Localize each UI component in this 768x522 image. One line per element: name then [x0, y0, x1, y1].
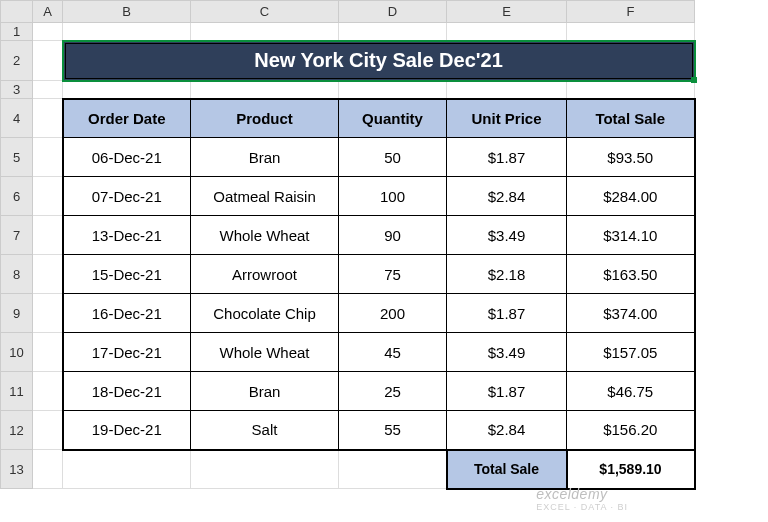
select-all-corner[interactable] [1, 1, 33, 23]
cell-A1[interactable] [33, 23, 63, 41]
spreadsheet-grid[interactable]: A B C D E F 1 2 New York City Sale Dec'2… [0, 0, 696, 490]
table-row[interactable]: $2.84 [447, 411, 567, 450]
table-row[interactable]: 90 [339, 216, 447, 255]
row-header-1[interactable]: 1 [1, 23, 33, 41]
table-row[interactable]: 25 [339, 372, 447, 411]
table-row[interactable]: $3.49 [447, 216, 567, 255]
title-cell[interactable]: New York City Sale Dec'21 [63, 41, 695, 81]
watermark-brand: exceldemy [536, 486, 607, 502]
cell-A3[interactable] [33, 81, 63, 99]
row-header-5[interactable]: 5 [1, 138, 33, 177]
table-row[interactable]: 55 [339, 411, 447, 450]
table-row[interactable]: $93.50 [567, 138, 695, 177]
table-row[interactable]: $1.87 [447, 138, 567, 177]
table-row[interactable]: 15-Dec-21 [63, 255, 191, 294]
header-product[interactable]: Product [191, 99, 339, 138]
table-row[interactable]: Arrowroot [191, 255, 339, 294]
col-header-F[interactable]: F [567, 1, 695, 23]
cell-C1[interactable] [191, 23, 339, 41]
row-header-9[interactable]: 9 [1, 294, 33, 333]
watermark-tag: EXCEL · DATA · BI [536, 502, 628, 512]
total-sale-value[interactable]: $1,589.10 [567, 450, 695, 489]
col-header-B[interactable]: B [63, 1, 191, 23]
cell-C3[interactable] [191, 81, 339, 99]
col-header-E[interactable]: E [447, 1, 567, 23]
table-row[interactable]: $157.05 [567, 333, 695, 372]
table-row[interactable]: $3.49 [447, 333, 567, 372]
cell-B3[interactable] [63, 81, 191, 99]
header-total-sale[interactable]: Total Sale [567, 99, 695, 138]
cell-F1[interactable] [567, 23, 695, 41]
row-header-11[interactable]: 11 [1, 372, 33, 411]
table-row[interactable]: Whole Wheat [191, 333, 339, 372]
cell-A7[interactable] [33, 216, 63, 255]
table-row[interactable]: 19-Dec-21 [63, 411, 191, 450]
cell-B1[interactable] [63, 23, 191, 41]
table-row[interactable]: $46.75 [567, 372, 695, 411]
row-header-3[interactable]: 3 [1, 81, 33, 99]
col-header-A[interactable]: A [33, 1, 63, 23]
cell-A4[interactable] [33, 99, 63, 138]
row-header-10[interactable]: 10 [1, 333, 33, 372]
table-row[interactable]: 200 [339, 294, 447, 333]
table-row[interactable]: $2.18 [447, 255, 567, 294]
cell-D13[interactable] [339, 450, 447, 489]
cell-A13[interactable] [33, 450, 63, 489]
cell-B13[interactable] [63, 450, 191, 489]
cell-A5[interactable] [33, 138, 63, 177]
table-row[interactable]: $1.87 [447, 372, 567, 411]
row-header-4[interactable]: 4 [1, 99, 33, 138]
cell-D3[interactable] [339, 81, 447, 99]
cell-A2[interactable] [33, 41, 63, 81]
row-header-6[interactable]: 6 [1, 177, 33, 216]
table-row[interactable]: $1.87 [447, 294, 567, 333]
table-row[interactable]: $284.00 [567, 177, 695, 216]
cell-E3[interactable] [447, 81, 567, 99]
watermark: exceldemy EXCEL · DATA · BI [536, 486, 628, 512]
cell-A11[interactable] [33, 372, 63, 411]
table-row[interactable]: 50 [339, 138, 447, 177]
cell-D1[interactable] [339, 23, 447, 41]
table-row[interactable]: Bran [191, 372, 339, 411]
table-row[interactable]: $314.10 [567, 216, 695, 255]
header-quantity[interactable]: Quantity [339, 99, 447, 138]
row-header-12[interactable]: 12 [1, 411, 33, 450]
table-row[interactable]: 100 [339, 177, 447, 216]
cell-C13[interactable] [191, 450, 339, 489]
table-row[interactable]: Bran [191, 138, 339, 177]
header-unit-price[interactable]: Unit Price [447, 99, 567, 138]
cell-A6[interactable] [33, 177, 63, 216]
table-row[interactable]: $2.84 [447, 177, 567, 216]
table-row[interactable]: 06-Dec-21 [63, 138, 191, 177]
table-row[interactable]: 13-Dec-21 [63, 216, 191, 255]
table-row[interactable]: 07-Dec-21 [63, 177, 191, 216]
cell-A10[interactable] [33, 333, 63, 372]
col-header-D[interactable]: D [339, 1, 447, 23]
table-row[interactable]: $156.20 [567, 411, 695, 450]
total-sale-label[interactable]: Total Sale [447, 450, 567, 489]
row-header-7[interactable]: 7 [1, 216, 33, 255]
table-row[interactable]: Whole Wheat [191, 216, 339, 255]
table-row[interactable]: $163.50 [567, 255, 695, 294]
cell-F3[interactable] [567, 81, 695, 99]
table-row[interactable]: Oatmeal Raisin [191, 177, 339, 216]
table-row[interactable]: 18-Dec-21 [63, 372, 191, 411]
table-row[interactable]: Salt [191, 411, 339, 450]
row-header-13[interactable]: 13 [1, 450, 33, 489]
table-row[interactable]: 45 [339, 333, 447, 372]
table-row[interactable]: Chocolate Chip [191, 294, 339, 333]
table-row[interactable]: $374.00 [567, 294, 695, 333]
table-row[interactable]: 16-Dec-21 [63, 294, 191, 333]
cell-A8[interactable] [33, 255, 63, 294]
header-order-date[interactable]: Order Date [63, 99, 191, 138]
row-header-8[interactable]: 8 [1, 255, 33, 294]
cell-A9[interactable] [33, 294, 63, 333]
col-header-C[interactable]: C [191, 1, 339, 23]
cell-A12[interactable] [33, 411, 63, 450]
table-row[interactable]: 17-Dec-21 [63, 333, 191, 372]
row-header-2[interactable]: 2 [1, 41, 33, 81]
cell-E1[interactable] [447, 23, 567, 41]
table-row[interactable]: 75 [339, 255, 447, 294]
